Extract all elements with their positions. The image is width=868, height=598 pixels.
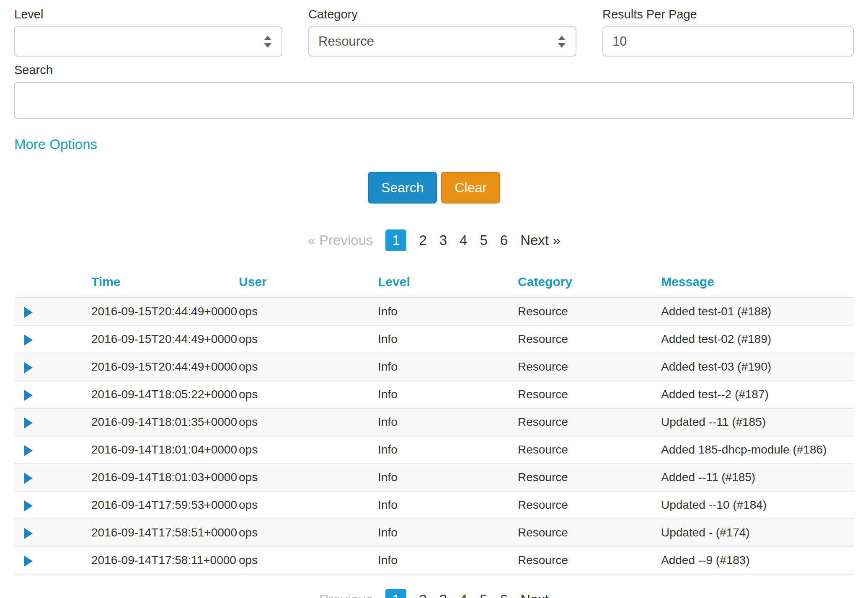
expand-cell (14, 353, 91, 381)
level-label: Level (14, 8, 282, 21)
table-row: 2016-09-15T20:44:49+0000 ops Info Resour… (14, 298, 854, 325)
pagination-page-1[interactable]: 1 (385, 229, 406, 251)
time-cell: 2016-09-14T17:58:51+0000 (91, 519, 239, 546)
user-cell: ops (239, 436, 378, 464)
category-cell: Resource (518, 546, 661, 574)
arrow-up-icon (558, 36, 566, 40)
message-cell: Added test-03 (#190) (661, 353, 854, 381)
results-per-page-label: Results Per Page (602, 8, 854, 21)
pagination-page-4[interactable]: 4 (460, 232, 467, 248)
category-cell: Resource (518, 491, 661, 519)
select-arrows-icon (558, 36, 566, 48)
pagination-page-1[interactable]: 1 (385, 589, 406, 598)
user-column-header: User (239, 271, 378, 298)
search-group: Search (14, 63, 854, 119)
message-cell: Updated --11 (#185) (661, 408, 854, 436)
user-cell: ops (239, 325, 378, 353)
search-label: Search (14, 63, 854, 77)
pagination-page-5[interactable]: 5 (480, 592, 487, 598)
more-options-link[interactable]: More Options (14, 137, 97, 152)
table-row: 2016-09-14T17:58:11+0000 ops Info Resour… (14, 546, 854, 574)
expand-caret-icon[interactable] (24, 473, 33, 484)
category-select[interactable]: Resource (308, 26, 576, 57)
category-cell: Resource (518, 381, 661, 408)
time-cell: 2016-09-14T18:05:22+0000 (91, 381, 239, 408)
log-table-body: 2016-09-15T20:44:49+0000 ops Info Resour… (14, 298, 854, 574)
level-cell: Info (378, 353, 518, 381)
level-cell: Info (378, 464, 518, 491)
user-cell: ops (239, 381, 378, 408)
expand-caret-icon[interactable] (24, 556, 33, 567)
user-cell: ops (239, 519, 378, 546)
search-button[interactable]: Search (368, 172, 437, 204)
pagination-page-4[interactable]: 4 (460, 592, 467, 598)
user-cell: ops (239, 491, 378, 519)
pagination-top: « Previous 1 2 3 4 5 6 Next » (14, 229, 854, 251)
expand-caret-icon[interactable] (24, 418, 33, 428)
level-cell: Info (378, 381, 518, 408)
expand-caret-icon[interactable] (24, 362, 33, 373)
expand-caret-icon[interactable] (24, 335, 33, 345)
category-cell: Resource (518, 298, 661, 325)
expand-caret-icon[interactable] (24, 528, 33, 539)
time-cell: 2016-09-15T20:44:49+0000 (91, 353, 239, 381)
pagination-page-6[interactable]: 6 (500, 232, 508, 248)
time-cell: 2016-09-14T17:58:11+0000 (91, 546, 239, 574)
expand-caret-icon[interactable] (24, 445, 33, 456)
pagination-next[interactable]: Next » (520, 232, 560, 248)
time-cell: 2016-09-14T17:59:53+0000 (91, 491, 239, 519)
table-row: 2016-09-15T20:44:49+0000 ops Info Resour… (14, 325, 854, 353)
message-cell: Updated - (#174) (661, 519, 854, 546)
level-cell: Info (378, 298, 518, 325)
expand-cell (14, 408, 91, 436)
message-cell: Added test-02 (#189) (661, 325, 854, 353)
pagination-page-2[interactable]: 2 (419, 232, 426, 248)
message-cell: Added test-01 (#188) (661, 298, 854, 325)
pagination-page-2[interactable]: 2 (419, 592, 426, 598)
level-select[interactable] (14, 26, 282, 57)
results-per-page-filter: Results Per Page (602, 8, 854, 57)
arrow-down-icon (264, 43, 271, 48)
pagination-page-3[interactable]: 3 (439, 232, 447, 248)
action-buttons: Search Clear (14, 172, 854, 204)
expand-cell (14, 491, 91, 519)
category-cell: Resource (518, 353, 661, 381)
results-per-page-input[interactable] (602, 26, 854, 57)
time-cell: 2016-09-14T18:01:04+0000 (91, 436, 239, 464)
expand-caret-icon[interactable] (24, 500, 33, 511)
filter-bar: Level Category Resource Results Per Page (14, 8, 854, 57)
user-cell: ops (239, 464, 378, 491)
level-cell: Info (378, 491, 518, 519)
level-cell: Info (378, 519, 518, 546)
level-column-header: Level (378, 271, 518, 298)
clear-button[interactable]: Clear (441, 172, 500, 204)
table-row: 2016-09-14T18:01:03+0000 ops Info Resour… (14, 464, 854, 491)
level-cell: Info (378, 436, 518, 464)
expand-caret-icon[interactable] (24, 307, 33, 318)
search-input[interactable] (14, 82, 854, 119)
expand-cell (14, 436, 91, 464)
log-browser-page: Level Category Resource Results Per Page (0, 0, 868, 598)
select-arrows-icon (264, 36, 271, 48)
message-cell: Added test--2 (#187) (661, 381, 854, 408)
pagination-bottom: « Previous 1 2 3 4 5 6 Next » (14, 589, 854, 598)
table-row: 2016-09-14T17:58:51+0000 ops Info Resour… (14, 519, 854, 546)
user-cell: ops (239, 353, 378, 381)
table-header-row: Time User Level Category Message (14, 271, 854, 298)
message-column-header: Message (661, 271, 854, 298)
user-cell: ops (239, 546, 378, 574)
expand-caret-icon[interactable] (24, 390, 33, 401)
table-row: 2016-09-14T18:01:04+0000 ops Info Resour… (14, 436, 854, 464)
category-cell: Resource (518, 436, 661, 464)
pagination-page-6[interactable]: 6 (500, 592, 508, 598)
category-cell: Resource (518, 408, 661, 436)
time-cell: 2016-09-14T18:01:35+0000 (91, 408, 239, 436)
pagination-next[interactable]: Next » (520, 592, 560, 598)
pagination-page-3[interactable]: 3 (439, 592, 447, 598)
pagination-previous[interactable]: « Previous (307, 592, 373, 598)
message-cell: Updated --10 (#184) (661, 491, 854, 519)
pagination-previous[interactable]: « Previous (307, 232, 373, 248)
pagination-page-5[interactable]: 5 (480, 232, 487, 248)
category-filter: Category Resource (308, 8, 576, 57)
message-cell: Added --11 (#185) (661, 464, 854, 491)
